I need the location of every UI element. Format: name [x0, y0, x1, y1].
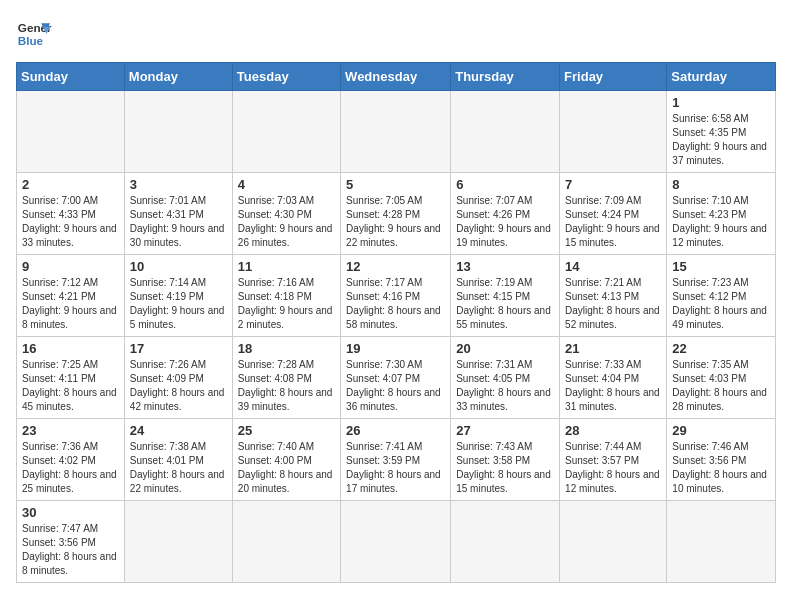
calendar-cell: 24Sunrise: 7:38 AM Sunset: 4:01 PM Dayli… — [124, 419, 232, 501]
calendar-cell: 18Sunrise: 7:28 AM Sunset: 4:08 PM Dayli… — [232, 337, 340, 419]
day-info: Sunrise: 7:28 AM Sunset: 4:08 PM Dayligh… — [238, 358, 335, 414]
calendar-cell — [451, 91, 560, 173]
day-number: 30 — [22, 505, 119, 520]
calendar-cell: 20Sunrise: 7:31 AM Sunset: 4:05 PM Dayli… — [451, 337, 560, 419]
day-info: Sunrise: 7:14 AM Sunset: 4:19 PM Dayligh… — [130, 276, 227, 332]
day-info: Sunrise: 7:36 AM Sunset: 4:02 PM Dayligh… — [22, 440, 119, 496]
day-info: Sunrise: 7:05 AM Sunset: 4:28 PM Dayligh… — [346, 194, 445, 250]
day-number: 28 — [565, 423, 661, 438]
day-number: 4 — [238, 177, 335, 192]
calendar-cell: 3Sunrise: 7:01 AM Sunset: 4:31 PM Daylig… — [124, 173, 232, 255]
logo: General Blue — [16, 16, 56, 52]
calendar-cell — [124, 501, 232, 583]
day-info: Sunrise: 7:09 AM Sunset: 4:24 PM Dayligh… — [565, 194, 661, 250]
logo-icon: General Blue — [16, 16, 52, 52]
day-info: Sunrise: 7:44 AM Sunset: 3:57 PM Dayligh… — [565, 440, 661, 496]
calendar-week: 23Sunrise: 7:36 AM Sunset: 4:02 PM Dayli… — [17, 419, 776, 501]
calendar-cell: 19Sunrise: 7:30 AM Sunset: 4:07 PM Dayli… — [341, 337, 451, 419]
day-number: 29 — [672, 423, 770, 438]
calendar-cell: 8Sunrise: 7:10 AM Sunset: 4:23 PM Daylig… — [667, 173, 776, 255]
day-number: 25 — [238, 423, 335, 438]
calendar-cell — [560, 91, 667, 173]
day-number: 9 — [22, 259, 119, 274]
calendar-week: 2Sunrise: 7:00 AM Sunset: 4:33 PM Daylig… — [17, 173, 776, 255]
day-info: Sunrise: 7:26 AM Sunset: 4:09 PM Dayligh… — [130, 358, 227, 414]
calendar-cell: 17Sunrise: 7:26 AM Sunset: 4:09 PM Dayli… — [124, 337, 232, 419]
day-info: Sunrise: 7:35 AM Sunset: 4:03 PM Dayligh… — [672, 358, 770, 414]
day-number: 27 — [456, 423, 554, 438]
calendar-cell — [232, 501, 340, 583]
day-number: 23 — [22, 423, 119, 438]
calendar-cell: 22Sunrise: 7:35 AM Sunset: 4:03 PM Dayli… — [667, 337, 776, 419]
day-number: 18 — [238, 341, 335, 356]
calendar-cell: 9Sunrise: 7:12 AM Sunset: 4:21 PM Daylig… — [17, 255, 125, 337]
day-number: 3 — [130, 177, 227, 192]
calendar-cell: 2Sunrise: 7:00 AM Sunset: 4:33 PM Daylig… — [17, 173, 125, 255]
day-info: Sunrise: 7:19 AM Sunset: 4:15 PM Dayligh… — [456, 276, 554, 332]
page-header: General Blue — [16, 16, 776, 52]
calendar-week: 16Sunrise: 7:25 AM Sunset: 4:11 PM Dayli… — [17, 337, 776, 419]
day-info: Sunrise: 7:12 AM Sunset: 4:21 PM Dayligh… — [22, 276, 119, 332]
calendar-cell — [451, 501, 560, 583]
calendar-cell: 30Sunrise: 7:47 AM Sunset: 3:56 PM Dayli… — [17, 501, 125, 583]
calendar-header: SundayMondayTuesdayWednesdayThursdayFrid… — [17, 63, 776, 91]
day-info: Sunrise: 7:10 AM Sunset: 4:23 PM Dayligh… — [672, 194, 770, 250]
calendar-cell — [341, 501, 451, 583]
day-number: 14 — [565, 259, 661, 274]
calendar-cell: 1Sunrise: 6:58 AM Sunset: 4:35 PM Daylig… — [667, 91, 776, 173]
calendar-cell: 7Sunrise: 7:09 AM Sunset: 4:24 PM Daylig… — [560, 173, 667, 255]
day-number: 11 — [238, 259, 335, 274]
svg-text:Blue: Blue — [18, 34, 44, 47]
calendar-cell: 6Sunrise: 7:07 AM Sunset: 4:26 PM Daylig… — [451, 173, 560, 255]
day-info: Sunrise: 7:01 AM Sunset: 4:31 PM Dayligh… — [130, 194, 227, 250]
calendar-cell — [341, 91, 451, 173]
weekday-header: Wednesday — [341, 63, 451, 91]
day-number: 16 — [22, 341, 119, 356]
calendar-cell — [667, 501, 776, 583]
calendar-cell — [232, 91, 340, 173]
day-number: 26 — [346, 423, 445, 438]
day-number: 6 — [456, 177, 554, 192]
day-number: 1 — [672, 95, 770, 110]
calendar-cell: 15Sunrise: 7:23 AM Sunset: 4:12 PM Dayli… — [667, 255, 776, 337]
day-info: Sunrise: 7:17 AM Sunset: 4:16 PM Dayligh… — [346, 276, 445, 332]
calendar-cell: 4Sunrise: 7:03 AM Sunset: 4:30 PM Daylig… — [232, 173, 340, 255]
day-number: 19 — [346, 341, 445, 356]
day-info: Sunrise: 7:21 AM Sunset: 4:13 PM Dayligh… — [565, 276, 661, 332]
calendar-cell: 5Sunrise: 7:05 AM Sunset: 4:28 PM Daylig… — [341, 173, 451, 255]
calendar: SundayMondayTuesdayWednesdayThursdayFrid… — [16, 62, 776, 583]
calendar-cell: 26Sunrise: 7:41 AM Sunset: 3:59 PM Dayli… — [341, 419, 451, 501]
day-number: 15 — [672, 259, 770, 274]
calendar-cell — [560, 501, 667, 583]
calendar-cell — [17, 91, 125, 173]
day-info: Sunrise: 7:00 AM Sunset: 4:33 PM Dayligh… — [22, 194, 119, 250]
day-number: 22 — [672, 341, 770, 356]
day-info: Sunrise: 7:25 AM Sunset: 4:11 PM Dayligh… — [22, 358, 119, 414]
day-info: Sunrise: 7:40 AM Sunset: 4:00 PM Dayligh… — [238, 440, 335, 496]
calendar-cell: 21Sunrise: 7:33 AM Sunset: 4:04 PM Dayli… — [560, 337, 667, 419]
weekday-header: Tuesday — [232, 63, 340, 91]
day-number: 10 — [130, 259, 227, 274]
calendar-cell: 23Sunrise: 7:36 AM Sunset: 4:02 PM Dayli… — [17, 419, 125, 501]
day-info: Sunrise: 7:41 AM Sunset: 3:59 PM Dayligh… — [346, 440, 445, 496]
day-info: Sunrise: 7:03 AM Sunset: 4:30 PM Dayligh… — [238, 194, 335, 250]
day-info: Sunrise: 7:16 AM Sunset: 4:18 PM Dayligh… — [238, 276, 335, 332]
day-number: 2 — [22, 177, 119, 192]
weekday-header: Sunday — [17, 63, 125, 91]
day-number: 5 — [346, 177, 445, 192]
calendar-cell: 28Sunrise: 7:44 AM Sunset: 3:57 PM Dayli… — [560, 419, 667, 501]
calendar-cell: 29Sunrise: 7:46 AM Sunset: 3:56 PM Dayli… — [667, 419, 776, 501]
day-info: Sunrise: 6:58 AM Sunset: 4:35 PM Dayligh… — [672, 112, 770, 168]
calendar-cell: 13Sunrise: 7:19 AM Sunset: 4:15 PM Dayli… — [451, 255, 560, 337]
calendar-week: 9Sunrise: 7:12 AM Sunset: 4:21 PM Daylig… — [17, 255, 776, 337]
calendar-cell: 16Sunrise: 7:25 AM Sunset: 4:11 PM Dayli… — [17, 337, 125, 419]
weekday-header: Saturday — [667, 63, 776, 91]
weekday-header: Monday — [124, 63, 232, 91]
day-info: Sunrise: 7:30 AM Sunset: 4:07 PM Dayligh… — [346, 358, 445, 414]
calendar-week: 30Sunrise: 7:47 AM Sunset: 3:56 PM Dayli… — [17, 501, 776, 583]
calendar-cell: 10Sunrise: 7:14 AM Sunset: 4:19 PM Dayli… — [124, 255, 232, 337]
calendar-cell: 12Sunrise: 7:17 AM Sunset: 4:16 PM Dayli… — [341, 255, 451, 337]
day-info: Sunrise: 7:23 AM Sunset: 4:12 PM Dayligh… — [672, 276, 770, 332]
calendar-cell: 14Sunrise: 7:21 AM Sunset: 4:13 PM Dayli… — [560, 255, 667, 337]
day-number: 12 — [346, 259, 445, 274]
